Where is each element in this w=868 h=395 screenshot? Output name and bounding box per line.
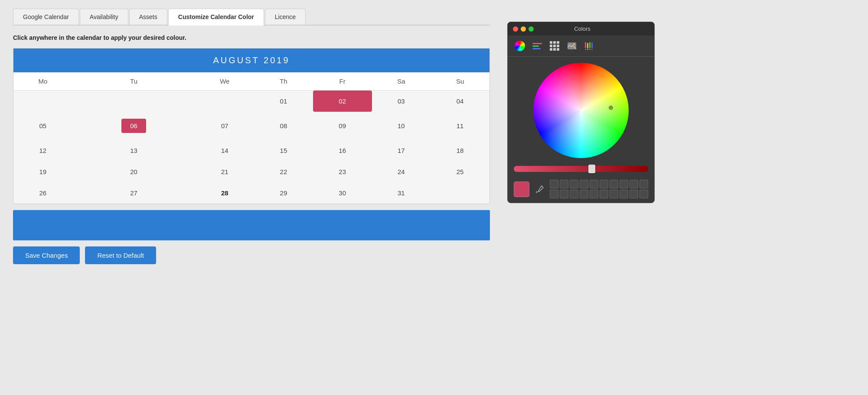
color-swatch-cell[interactable] xyxy=(590,180,598,188)
sliders-icon[interactable] xyxy=(531,40,543,52)
calendar-cell[interactable]: 15 xyxy=(254,140,313,161)
color-swatch-cell[interactable] xyxy=(570,180,578,188)
palette-area xyxy=(508,175,654,203)
calendar-cell[interactable]: 20 xyxy=(72,161,196,182)
tab-google-calendar[interactable]: Google Calendar xyxy=(13,9,79,25)
color-swatch-cell[interactable] xyxy=(630,190,638,198)
save-changes-button[interactable]: Save Changes xyxy=(13,246,80,264)
color-swatch-cell[interactable] xyxy=(620,190,628,198)
calendar-cell[interactable]: 22 xyxy=(254,161,313,182)
color-swatch-cell[interactable] xyxy=(580,180,588,188)
calendar-cell[interactable]: 11 xyxy=(431,112,489,140)
calendar-row[interactable]: 05060708091011 xyxy=(13,112,489,140)
weekday-sa: Sa xyxy=(372,72,431,91)
calendar-row[interactable]: 262728293031 xyxy=(13,182,489,204)
image-icon[interactable] xyxy=(566,40,578,52)
action-buttons: Save Changes Reset to Default xyxy=(13,246,490,264)
color-swatch-cell[interactable] xyxy=(620,180,628,188)
slider-thumb[interactable] xyxy=(588,165,595,173)
pencils-icon[interactable] xyxy=(583,40,595,52)
weekday-fr: Fr xyxy=(313,72,372,91)
color-swatch-cell[interactable] xyxy=(640,190,648,198)
calendar-cell[interactable]: 26 xyxy=(13,182,72,204)
tab-assets[interactable]: Assets xyxy=(129,9,167,25)
color-swatch-cell[interactable] xyxy=(550,190,558,198)
calendar-cell[interactable]: 21 xyxy=(195,161,254,182)
calendar-cell[interactable]: 09 xyxy=(313,112,372,140)
color-preview-bar[interactable] xyxy=(13,210,490,240)
calendar-widget[interactable]: AUGUST 2019 Mo Tu We Th Fr Sa Su 0102030… xyxy=(13,48,490,204)
calendar-cell[interactable]: 17 xyxy=(372,140,431,161)
calendar-cell[interactable]: 06 xyxy=(72,112,196,140)
color-swatch-cell[interactable] xyxy=(550,180,558,188)
color-wheel-icon[interactable] xyxy=(514,40,526,52)
left-panel: Google Calendar Availability Assets Cust… xyxy=(13,9,490,264)
calendar-cell[interactable]: 28 xyxy=(195,182,254,204)
selected-color-swatch[interactable] xyxy=(514,181,529,197)
tab-customize-calendar-color[interactable]: Customize Calendar Color xyxy=(168,9,264,26)
calendar-cell[interactable]: 05 xyxy=(13,112,72,140)
calendar-cell[interactable]: 31 xyxy=(372,182,431,204)
calendar-cell[interactable]: 02 xyxy=(313,91,372,112)
calendar-cell[interactable]: 29 xyxy=(254,182,313,204)
color-swatch-cell[interactable] xyxy=(630,180,638,188)
calendar-cell[interactable]: 03 xyxy=(372,91,431,112)
svg-rect-3 xyxy=(587,43,588,48)
calendar-row[interactable]: 19202122232425 xyxy=(13,161,489,182)
color-swatch-cell[interactable] xyxy=(640,180,648,188)
calendar-cell[interactable] xyxy=(195,91,254,112)
calendar-cell[interactable]: 24 xyxy=(372,161,431,182)
calendar-cell[interactable]: 23 xyxy=(313,161,372,182)
colors-panel: Colors xyxy=(507,22,655,203)
calendar-cell[interactable]: 18 xyxy=(431,140,489,161)
color-swatch-cell[interactable] xyxy=(570,190,578,198)
calendar-body: 0102030405060708091011121314151617181920… xyxy=(13,91,489,204)
color-swatch-cell[interactable] xyxy=(560,180,568,188)
calendar-cell[interactable] xyxy=(13,91,72,112)
colors-panel-titlebar: Colors xyxy=(508,22,654,36)
calendar-cell[interactable]: 07 xyxy=(195,112,254,140)
calendar-row[interactable]: 01020304 xyxy=(13,91,489,112)
svg-marker-7 xyxy=(587,48,588,50)
tab-availability[interactable]: Availability xyxy=(80,9,128,25)
calendar-cell[interactable]: 25 xyxy=(431,161,489,182)
color-swatch-cell[interactable] xyxy=(590,190,598,198)
calendar-cell[interactable]: 08 xyxy=(254,112,313,140)
calendar-cell[interactable] xyxy=(431,182,489,204)
color-swatch-cell[interactable] xyxy=(580,190,588,198)
calendar-cell[interactable] xyxy=(72,91,196,112)
tab-bar: Google Calendar Availability Assets Cust… xyxy=(13,9,490,26)
color-swatch-cell[interactable] xyxy=(600,190,608,198)
svg-marker-8 xyxy=(589,48,591,50)
main-container: Google Calendar Availability Assets Cust… xyxy=(0,0,868,273)
calendar-cell[interactable]: 13 xyxy=(72,140,196,161)
eyedropper-icon[interactable] xyxy=(534,183,545,196)
calendar-cell[interactable]: 04 xyxy=(431,91,489,112)
calendar-cell[interactable]: 30 xyxy=(313,182,372,204)
calendar-cell[interactable]: 10 xyxy=(372,112,431,140)
color-wheel-container[interactable]: ⊕ xyxy=(508,57,654,162)
reset-default-button[interactable]: Reset to Default xyxy=(85,246,156,264)
calendar-cell[interactable]: 01 xyxy=(254,91,313,112)
grid-icon[interactable] xyxy=(548,40,561,52)
calendar-cell[interactable]: 27 xyxy=(72,182,196,204)
weekday-tu: Tu xyxy=(72,72,196,91)
color-swatch-cell[interactable] xyxy=(610,180,618,188)
calendar-cell[interactable]: 14 xyxy=(195,140,254,161)
svg-rect-5 xyxy=(591,42,593,48)
color-swatch-cell[interactable] xyxy=(600,180,608,188)
calendar-cell[interactable]: 16 xyxy=(313,140,372,161)
calendar-row[interactable]: 12131415161718 xyxy=(13,140,489,161)
weekday-su: Su xyxy=(431,72,489,91)
brightness-slider[interactable] xyxy=(514,166,648,172)
calendar-header: AUGUST 2019 xyxy=(13,49,489,72)
tab-licence[interactable]: Licence xyxy=(265,9,306,25)
calendar-cell[interactable]: 19 xyxy=(13,161,72,182)
calendar-cell[interactable]: 12 xyxy=(13,140,72,161)
color-swatch-cell[interactable] xyxy=(610,190,618,198)
color-swatches-grid xyxy=(550,180,648,198)
colors-panel-title: Colors xyxy=(516,26,649,32)
svg-rect-4 xyxy=(589,42,591,48)
color-wheel[interactable]: ⊕ xyxy=(533,63,629,158)
color-swatch-cell[interactable] xyxy=(560,190,568,198)
